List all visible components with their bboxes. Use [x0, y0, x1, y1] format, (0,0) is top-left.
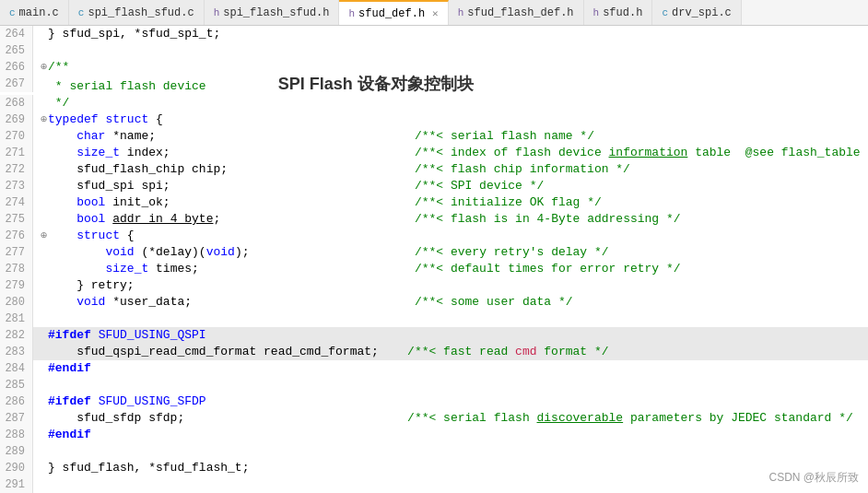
line-number: 267 [0, 76, 33, 92]
line-content: struct { [48, 228, 868, 244]
code-line-268: 268 */ [0, 95, 868, 112]
code-line-285: 285 [0, 377, 868, 393]
code-line-288: 288 #endif [0, 427, 868, 443]
line-number: 284 [0, 360, 33, 377]
line-number: 272 [0, 161, 33, 178]
code-line-280: 280 void *user_data; /**< some user data… [0, 294, 868, 311]
code-line-264: 264 } sfud_spi, *sfud_spi_t; [0, 26, 868, 42]
line-number: 280 [0, 294, 33, 311]
line-number: 289 [0, 443, 33, 460]
line-content: sfud_spi spi; /**< SPI device */ [48, 178, 868, 194]
line-content: size_t index; /**< index of flash device… [48, 145, 868, 161]
code-line-287: 287 sfud_sfdp sfdp; /**< serial flash di… [0, 410, 868, 427]
line-number: 282 [0, 327, 33, 344]
code-line-283: 283 sfud_qspi_read_cmd_format read_cmd_f… [0, 344, 868, 360]
tab-drv-spi-c[interactable]: c drv_spi.c [652, 0, 741, 25]
line-content: */ [48, 95, 868, 112]
tab-main-c[interactable]: c main.c [0, 0, 69, 25]
line-content: size_t times; /**< default times for err… [48, 261, 868, 277]
code-line-277: 277 void (*delay)(void); /**< every retr… [0, 244, 868, 261]
line-content: sfud_sfdp sfdp; /**< serial flash discov… [48, 410, 868, 427]
line-number: 275 [0, 211, 33, 228]
line-marker: ⊕ [41, 112, 48, 128]
code-line-266: 266 ⊕ /** [0, 59, 868, 76]
code-line-270: 270 char *name; /**< serial flash name *… [0, 128, 868, 145]
tab-bar: c main.c c spi_flash_sfud.c h spi_flash_… [0, 0, 868, 26]
tab-label: sfud_def.h [358, 7, 425, 20]
tab-spi-flash-sfud-h[interactable]: h spi_flash_sfud.h [205, 0, 340, 25]
tab-label: main.c [19, 6, 59, 19]
line-content: typedef struct { [48, 112, 868, 128]
close-icon[interactable]: ✕ [432, 7, 439, 19]
code-line-278: 278 size_t times; /**< default times for… [0, 261, 868, 277]
line-number: 268 [0, 95, 33, 112]
code-line-272: 272 sfud_flash_chip chip; /**< flash chi… [0, 161, 868, 178]
c-file-icon: c [9, 7, 16, 18]
line-content: bool init_ok; /**< initialize OK flag */ [48, 194, 868, 211]
line-content: #ifdef SFUD_USING_SFDP [48, 393, 868, 410]
line-number: 273 [0, 178, 33, 194]
line-content: sfud_qspi_read_cmd_format read_cmd_forma… [48, 344, 868, 360]
line-content: } sfud_flash, *sfud_flash_t; [48, 460, 868, 476]
line-content: } retry; [48, 277, 868, 294]
line-content [48, 476, 868, 493]
line-number: 279 [0, 277, 33, 294]
line-content: sfud_flash_chip chip; /**< flash chip in… [48, 161, 868, 178]
line-content: char *name; /**< serial flash name */ [48, 128, 868, 145]
c-file-icon: c [78, 7, 85, 18]
code-line-291: 291 [0, 476, 868, 493]
line-number: 270 [0, 128, 33, 145]
tab-sfud-flash-def-h[interactable]: h sfud_flash_def.h [449, 0, 584, 25]
line-content: #endif [48, 427, 868, 443]
code-line-265: 265 [0, 42, 868, 59]
line-content: #endif [48, 360, 868, 377]
code-line-269: 269 ⊕ typedef struct { [0, 112, 868, 128]
line-number: 266 [0, 59, 33, 76]
code-line-284: 284 #endif [0, 360, 868, 377]
line-content: bool addr_in_4_byte; /**< flash is in 4-… [48, 211, 868, 228]
line-number: 274 [0, 194, 33, 211]
line-number: 265 [0, 42, 33, 59]
tab-sfud-def-h[interactable]: h sfud_def.h ✕ [339, 0, 448, 25]
line-number: 271 [0, 145, 33, 161]
code-line-290: 290 } sfud_flash, *sfud_flash_t; [0, 460, 868, 476]
code-line-282: 282 #ifdef SFUD_USING_QSPI [0, 327, 868, 344]
tab-sfud-h[interactable]: h sfud.h [584, 0, 653, 25]
line-content: void *user_data; /**< some user data */ [48, 294, 868, 311]
line-number: 287 [0, 410, 33, 427]
line-marker: ⊕ [41, 228, 48, 244]
code-area: 264 } sfud_spi, *sfud_spi_t; 265 266 ⊕ /… [0, 26, 868, 493]
line-content: } sfud_spi, *sfud_spi_t; [48, 26, 868, 42]
line-content: * serial flash device SPI Flash 设备对象控制块 [48, 76, 868, 95]
line-content: #ifdef SFUD_USING_QSPI [48, 327, 868, 344]
line-number: 276 [0, 228, 33, 244]
line-number: 288 [0, 427, 33, 443]
line-content [48, 443, 868, 460]
line-number: 269 [0, 112, 33, 128]
tab-label: sfud_flash_def.h [467, 6, 573, 19]
watermark: CSDN @秋辰所致 [768, 470, 859, 486]
line-content [48, 377, 868, 393]
line-number: 277 [0, 244, 33, 261]
line-number: 281 [0, 311, 33, 327]
line-content: void (*delay)(void); /**< every retry's … [48, 244, 868, 261]
code-line-276: 276 ⊕ struct { [0, 228, 868, 244]
code-line-274: 274 bool init_ok; /**< initialize OK fla… [0, 194, 868, 211]
tab-label: spi_flash_sfud.h [223, 6, 329, 19]
line-number: 283 [0, 344, 33, 360]
line-number: 278 [0, 261, 33, 277]
line-content [48, 42, 868, 59]
h-file-icon: h [458, 7, 464, 18]
tab-label: sfud.h [603, 6, 642, 19]
line-content [48, 311, 868, 327]
code-line-267: 267 * serial flash device SPI Flash 设备对象… [0, 76, 868, 95]
code-line-275: 275 bool addr_in_4_byte; /**< flash is i… [0, 211, 868, 228]
code-line-273: 273 sfud_spi spi; /**< SPI device */ [0, 178, 868, 194]
line-number: 264 [0, 26, 33, 42]
code-line-286: 286 #ifdef SFUD_USING_SFDP [0, 393, 868, 410]
tab-label: drv_spi.c [672, 6, 732, 19]
c-file-icon: c [662, 7, 668, 18]
line-number: 291 [0, 476, 33, 493]
line-number: 285 [0, 377, 33, 393]
tab-spi-flash-sfud-c[interactable]: c spi_flash_sfud.c [69, 0, 205, 25]
